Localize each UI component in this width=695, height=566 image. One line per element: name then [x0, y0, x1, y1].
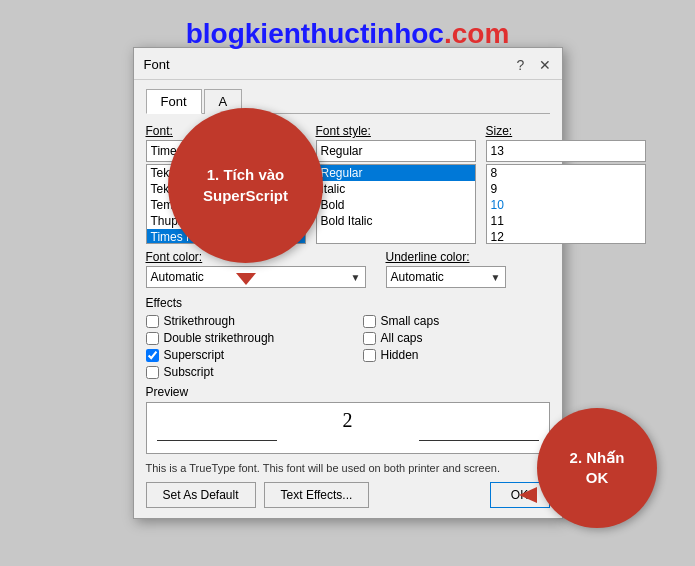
list-item-bold-italic[interactable]: Bold Italic — [317, 213, 475, 229]
title-bar: Font ? ✕ — [134, 48, 562, 80]
size-group: Size: 8 9 10 11 12 — [486, 124, 646, 244]
tab-font[interactable]: Font — [146, 89, 202, 114]
effects-label: Effects — [146, 296, 550, 310]
balloon-1-text: 1. Tích vàoSuperScript — [203, 165, 288, 206]
font-color-value: Automatic — [151, 270, 204, 284]
hidden-row: Hidden — [363, 348, 550, 362]
all-caps-label[interactable]: All caps — [381, 331, 423, 345]
style-input[interactable] — [316, 140, 476, 162]
font-dialog: Font ? ✕ Font A Font: Tekton Pro Tekton … — [133, 47, 563, 519]
all-caps-checkbox[interactable] — [363, 332, 376, 345]
list-item-12[interactable]: 12 — [487, 229, 645, 244]
superscript-checkbox[interactable] — [146, 349, 159, 362]
all-caps-row: All caps — [363, 331, 550, 345]
strikethrough-checkbox[interactable] — [146, 315, 159, 328]
strikethrough-label[interactable]: Strikethrough — [164, 314, 235, 328]
preview-section: Preview 2 — [146, 385, 550, 454]
preview-line-left — [157, 440, 277, 441]
list-item-8[interactable]: 8 — [487, 165, 645, 181]
double-strikethrough-checkbox[interactable] — [146, 332, 159, 345]
note-text: This is a TrueType font. This font will … — [146, 462, 550, 474]
superscript-label[interactable]: Superscript — [164, 348, 225, 362]
preview-box: 2 — [146, 402, 550, 454]
watermark-text1: blogkienthuctinhoc — [186, 18, 444, 49]
font-color-arrow: ▼ — [351, 272, 361, 283]
superscript-row: Superscript — [146, 348, 333, 362]
subscript-row: Subscript — [146, 365, 333, 379]
balloon-superscript: 1. Tích vàoSuperScript — [168, 108, 323, 263]
list-item-bold[interactable]: Bold — [317, 197, 475, 213]
double-strikethrough-label[interactable]: Double strikethrough — [164, 331, 275, 345]
preview-lines — [157, 440, 539, 441]
preview-label: Preview — [146, 385, 550, 399]
size-list[interactable]: 8 9 10 11 12 — [486, 164, 646, 244]
hidden-checkbox[interactable] — [363, 349, 376, 362]
color-row: Font color: Automatic ▼ Underline color:… — [146, 250, 550, 288]
close-button[interactable]: ✕ — [536, 56, 554, 74]
text-effects-button[interactable]: Text Effects... — [264, 482, 370, 508]
underline-color-group: Underline color: Automatic ▼ — [386, 250, 506, 288]
watermark-text2: .com — [444, 18, 509, 49]
tab-bar: Font A — [146, 88, 550, 114]
small-caps-row: Small caps — [363, 314, 550, 328]
help-button[interactable]: ? — [512, 56, 530, 74]
style-label: Font style: — [316, 124, 476, 138]
hidden-label[interactable]: Hidden — [381, 348, 419, 362]
double-strikethrough-row: Double strikethrough — [146, 331, 333, 345]
preview-line-right — [419, 440, 539, 441]
underline-color-value: Automatic — [391, 270, 444, 284]
set-default-button[interactable]: Set As Default — [146, 482, 256, 508]
strikethrough-row: Strikethrough — [146, 314, 333, 328]
underline-color-label: Underline color: — [386, 250, 506, 264]
style-group: Font style: Regular Italic Bold Bold Ita… — [316, 124, 476, 244]
title-bar-left: Font — [144, 57, 170, 72]
watermark: blogkienthuctinhoc.com — [186, 18, 510, 50]
list-item-9[interactable]: 9 — [487, 181, 645, 197]
title-bar-right: ? ✕ — [512, 56, 554, 74]
list-item-regular[interactable]: Regular — [317, 165, 475, 181]
small-caps-checkbox[interactable] — [363, 315, 376, 328]
size-label: Size: — [486, 124, 646, 138]
small-caps-label[interactable]: Small caps — [381, 314, 440, 328]
list-item-10[interactable]: 10 — [487, 197, 645, 213]
font-color-select[interactable]: Automatic ▼ — [146, 266, 366, 288]
size-list-outer: 8 9 10 11 12 — [486, 164, 646, 244]
dialog-title: Font — [144, 57, 170, 72]
button-row: Set As Default Text Effects... OK — [146, 482, 550, 508]
list-item-italic[interactable]: Italic — [317, 181, 475, 197]
list-item-11[interactable]: 11 — [487, 213, 645, 229]
balloon-2-text: 2. NhấnOK — [570, 448, 625, 489]
subscript-checkbox[interactable] — [146, 366, 159, 379]
balloon-ok: 2. NhấnOK — [537, 408, 657, 528]
subscript-label[interactable]: Subscript — [164, 365, 214, 379]
effects-section: Effects Strikethrough Small caps Double … — [146, 296, 550, 379]
underline-color-select[interactable]: Automatic ▼ — [386, 266, 506, 288]
style-list[interactable]: Regular Italic Bold Bold Italic — [316, 164, 476, 244]
preview-value: 2 — [343, 409, 353, 432]
effects-grid: Strikethrough Small caps Double striketh… — [146, 314, 550, 379]
size-input[interactable] — [486, 140, 646, 162]
underline-color-arrow: ▼ — [491, 272, 501, 283]
